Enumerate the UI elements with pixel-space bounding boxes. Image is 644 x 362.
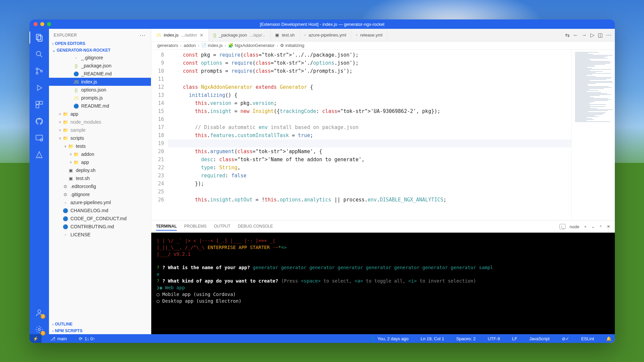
cursor-position[interactable]: Ln 19, Col 1 <box>417 336 447 341</box>
breadcrumb[interactable]: generators›addon›📄 index.js›🧩 NgxAddonGe… <box>151 42 615 50</box>
status-bar: ⚡ ⎇main ⟳1↓ 0↑ 👤You, 2 days ago Ln 19, C… <box>30 334 615 343</box>
split-editor-icon[interactable]: ◫ <box>598 32 603 38</box>
tree-item[interactable]: {}_package.json <box>49 62 151 70</box>
editor-tab[interactable]: JSindex.js.../addon✕ <box>151 29 209 41</box>
tree-item[interactable]: >📁app <box>49 110 151 118</box>
tree-item[interactable]: >📁app <box>49 158 151 166</box>
azure-activity-icon[interactable] <box>35 150 44 160</box>
close-tab-icon[interactable]: ✕ <box>200 33 204 38</box>
tree-item[interactable]: 🔵CHANGELOG.md <box>49 206 151 215</box>
language-mode[interactable]: JavaScript <box>526 336 553 341</box>
go-forward-icon[interactable]: → <box>582 32 587 38</box>
bottom-panel: TERMINALPROBLEMSOUTPUTDEBUG CONSOLE ›_ n… <box>151 220 615 334</box>
explorer-more-icon[interactable]: ⋯ <box>140 32 146 39</box>
tree-item[interactable]: >📁node_modules <box>49 118 151 126</box>
svg-point-3 <box>36 68 38 70</box>
tree-item[interactable]: JSprompts.js <box>49 94 151 102</box>
editor-tab[interactable]: {}_package.json.../app/... <box>209 29 270 41</box>
svg-point-5 <box>41 70 42 72</box>
svg-rect-8 <box>36 105 39 108</box>
project-section[interactable]: ⌄GENERATOR-NGX-ROCKET <box>49 47 151 54</box>
minimap[interactable] <box>571 50 615 220</box>
terminal-dropdown-icon[interactable]: ⌄ <box>591 224 595 229</box>
close-panel-icon[interactable]: ✕ <box>607 224 610 229</box>
remote-activity-icon[interactable] <box>35 133 44 143</box>
tree-item[interactable]: ⚙.gitignore <box>49 190 151 198</box>
editor-tab[interactable]: ▫release.yml <box>351 29 387 41</box>
maximize-window-icon[interactable] <box>47 22 51 26</box>
svg-rect-6 <box>36 101 39 104</box>
tree-item[interactable]: ▫azure-pipelines.yml <box>49 198 151 206</box>
encoding[interactable]: UTF-8 <box>484 336 503 341</box>
prettier-status[interactable]: ⊘✓ <box>558 336 573 341</box>
settings-activity-icon[interactable]: 1 <box>35 325 44 334</box>
window-title: [Extension Development Host] - index.js … <box>30 22 615 27</box>
tree-item[interactable]: ▣deploy.sh <box>49 166 151 174</box>
panel-tab[interactable]: OUTPUT <box>214 223 230 231</box>
indentation[interactable]: Spaces: 2 <box>453 336 479 341</box>
editor-area: JSindex.js.../addon✕{}_package.json.../a… <box>151 29 615 334</box>
breadcrumb-item[interactable]: ⚙ initializing <box>280 43 304 48</box>
editor-tabs: JSindex.js.../addon✕{}_package.json.../a… <box>151 29 615 42</box>
editor-tab[interactable]: ▫azure-pipelines.yml <box>300 29 352 41</box>
file-tree[interactable]: ▫_.gitignore{}_package.json🔵_README.mdJS… <box>49 54 151 321</box>
tree-item[interactable]: >📁sample <box>49 126 151 134</box>
github-activity-icon[interactable] <box>35 117 44 126</box>
eol[interactable]: LF <box>509 336 521 341</box>
code-editor[interactable]: 891011121314151617181920212223242526 con… <box>151 50 615 220</box>
new-terminal-icon[interactable]: ＋ <box>583 224 587 230</box>
remote-indicator[interactable]: ⚡ <box>30 334 42 343</box>
search-activity-icon[interactable] <box>35 50 44 59</box>
run-icon[interactable]: ▷ <box>590 32 594 38</box>
go-back-icon[interactable]: ← <box>573 32 578 38</box>
breadcrumb-item[interactable]: 📄 index.js <box>201 43 223 48</box>
tree-item[interactable]: v📁scripts <box>49 134 151 142</box>
traffic-lights <box>34 22 51 26</box>
line-gutter: 891011121314151617181920212223242526 <box>151 50 168 220</box>
terminal-shell-label[interactable]: node <box>570 224 579 229</box>
maximize-panel-icon[interactable]: ＾ <box>599 224 603 230</box>
tree-item[interactable]: 🔵CODE_OF_CONDUCT.md <box>49 215 151 223</box>
notifications-icon[interactable]: 🔔 <box>603 336 615 341</box>
tree-item[interactable]: JSindex.js <box>49 78 151 86</box>
activity-bar: 2 1 <box>30 29 49 334</box>
compare-changes-icon[interactable]: ⇆ <box>565 32 570 38</box>
tree-item[interactable]: ▫LICENSE <box>49 231 151 239</box>
breadcrumb-item[interactable]: 🧩 NgxAddonGenerator <box>228 43 275 48</box>
git-blame[interactable]: 👤You, 2 days ago <box>367 336 412 341</box>
panel-tab[interactable]: PROBLEMS <box>184 223 207 231</box>
eslint-status[interactable]: ESLint <box>578 336 597 341</box>
git-branch[interactable]: ⎇main <box>47 336 70 341</box>
run-debug-activity-icon[interactable] <box>35 83 44 93</box>
svg-rect-9 <box>36 135 43 140</box>
explorer-activity-icon[interactable] <box>35 33 44 42</box>
more-actions-icon[interactable]: ⋯ <box>606 32 611 38</box>
tree-item[interactable]: v📁tests <box>49 142 151 150</box>
panel-tab[interactable]: DEBUG CONSOLE <box>238 223 273 231</box>
minimize-window-icon[interactable] <box>40 22 44 26</box>
open-editors-section[interactable]: ›OPEN EDITORS <box>49 40 151 47</box>
outline-section[interactable]: ›OUTLINE <box>49 321 151 327</box>
terminal-content[interactable]: | | \/ _` |> < |---< [_.] |___ |-: |=== … <box>151 233 615 334</box>
editor-tab[interactable]: ▣test.sh <box>270 29 300 41</box>
close-window-icon[interactable] <box>34 22 38 26</box>
tree-item[interactable]: >📁addon <box>49 150 151 158</box>
git-sync[interactable]: ⟳1↓ 0↑ <box>75 336 98 341</box>
tree-item[interactable]: ▫_.gitignore <box>49 54 151 62</box>
tree-item[interactable]: 🔵_README.md <box>49 70 151 78</box>
npm-scripts-section[interactable]: ›NPM SCRIPTS <box>49 327 151 334</box>
vscode-window: [Extension Development Host] - index.js … <box>30 19 615 343</box>
extensions-activity-icon[interactable] <box>35 100 44 109</box>
tree-item[interactable]: ⚙.editorconfig <box>49 182 151 190</box>
terminal-shell-picker[interactable]: ›_ <box>559 224 566 229</box>
svg-point-4 <box>36 72 38 74</box>
breadcrumb-item[interactable]: generators <box>157 43 178 48</box>
accounts-activity-icon[interactable]: 2 <box>35 308 44 317</box>
tree-item[interactable]: 🔵README.md <box>49 102 151 110</box>
tree-item[interactable]: 🔵CONTRIBUTING.md <box>49 223 151 231</box>
tree-item[interactable]: {}options.json <box>49 86 151 94</box>
breadcrumb-item[interactable]: addon <box>184 43 196 48</box>
source-control-activity-icon[interactable] <box>35 66 44 76</box>
panel-tab[interactable]: TERMINAL <box>156 223 177 231</box>
tree-item[interactable]: ▣test.sh <box>49 174 151 182</box>
